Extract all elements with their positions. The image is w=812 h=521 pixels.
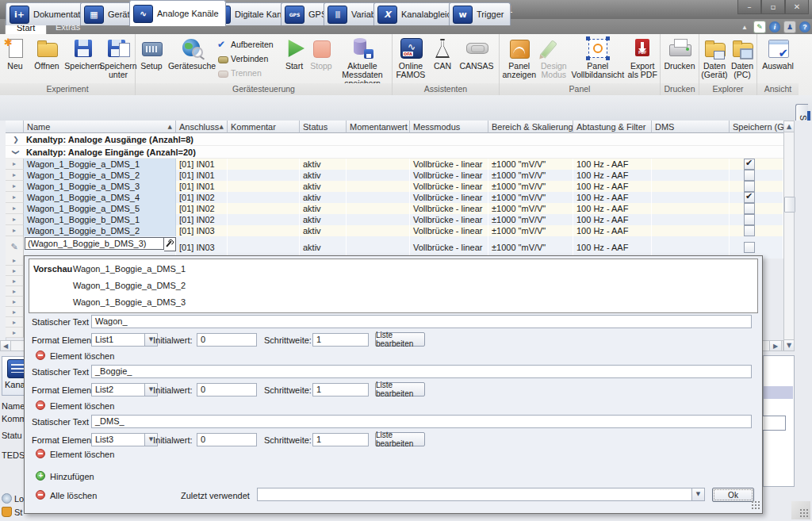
column-header-status[interactable]: Status bbox=[300, 121, 347, 133]
export-pdf-button[interactable]: PDF Export als PDF bbox=[626, 36, 659, 83]
row-selector[interactable]: ▸ bbox=[6, 286, 24, 297]
show-panel-button[interactable]: Panel anzeigen bbox=[500, 36, 538, 83]
vertical-scroll-thumb[interactable] bbox=[784, 197, 795, 213]
column-header-speichern[interactable]: Speichern (Gerät) bbox=[730, 121, 783, 133]
user-icon[interactable]: ♟ bbox=[783, 21, 796, 33]
delete-element-label[interactable]: Element löschen bbox=[50, 450, 114, 459]
left-panel-logbook-item[interactable]: Lo bbox=[2, 493, 25, 504]
scroll-down-icon[interactable]: ▼ bbox=[783, 339, 795, 351]
row-selector[interactable]: ▸ bbox=[6, 181, 24, 192]
recently-used-dropdown[interactable]: ▼ bbox=[257, 488, 705, 501]
row-selector[interactable]: ▸ bbox=[6, 328, 24, 338]
delete-element-icon[interactable] bbox=[36, 351, 45, 360]
column-header-momentanwert[interactable]: Momentanwert bbox=[347, 121, 410, 133]
row-selector[interactable]: ▸ bbox=[6, 307, 24, 317]
step-input[interactable]: 1 bbox=[312, 433, 369, 446]
start-button[interactable]: Start bbox=[281, 36, 308, 83]
save-measurement-data-button[interactable]: Aktuelle Messdaten speichern bbox=[335, 36, 390, 83]
row-selector[interactable]: ▸ bbox=[6, 317, 24, 328]
tab-trigger[interactable]: w Trigger bbox=[449, 2, 511, 25]
static-text-input[interactable]: Wagon_ bbox=[91, 315, 752, 328]
row-selector[interactable]: ▸ bbox=[6, 225, 24, 236]
table-row[interactable]: ▸ Wagon_1_Boggie_a_DMS_3 [01] IN01 aktiv… bbox=[6, 181, 783, 192]
save-as-button[interactable]: Speichern unter bbox=[102, 36, 134, 83]
format-element-dropdown[interactable]: List3 ▼ bbox=[91, 433, 158, 446]
delete-element-icon[interactable] bbox=[36, 400, 45, 410]
saved-checkbox[interactable] bbox=[744, 225, 755, 236]
left-panel-kanal-tile[interactable]: Kanal bbox=[2, 356, 25, 396]
cansas-button[interactable]: CANSAS bbox=[457, 36, 496, 83]
step-input[interactable]: 1 bbox=[312, 383, 369, 396]
selection-button[interactable]: ✔ Auswahl bbox=[758, 36, 798, 83]
scroll-up-icon[interactable]: ▲ bbox=[783, 121, 795, 132]
column-header-abtastung[interactable]: Abtastung & Filter bbox=[573, 121, 652, 133]
saved-checkbox[interactable] bbox=[744, 181, 755, 192]
format-element-dropdown[interactable]: List1 ▼ bbox=[91, 333, 158, 347]
window-resize-corner[interactable] bbox=[791, 501, 810, 519]
dialog-resize-grip[interactable] bbox=[751, 500, 760, 510]
column-header-messmodus[interactable]: Messmodus bbox=[410, 121, 488, 133]
row-selector[interactable]: ▸ bbox=[6, 276, 24, 286]
saved-checkbox[interactable] bbox=[744, 242, 755, 253]
open-button[interactable]: Öffnen bbox=[29, 36, 64, 83]
vertical-scrollbar[interactable] bbox=[783, 121, 795, 351]
chevron-down-icon[interactable]: ❯ bbox=[12, 142, 20, 163]
panel-fullscreen-button[interactable]: Panel Vollbildansicht bbox=[569, 36, 626, 83]
edit-list-button[interactable]: Liste bearbeiten bbox=[375, 432, 425, 446]
saved-checkbox[interactable] bbox=[744, 203, 755, 214]
edit-list-button[interactable]: Liste bearbeiten bbox=[375, 382, 425, 396]
add-element-label[interactable]: Hinzufügen bbox=[50, 472, 94, 481]
delete-element-icon[interactable] bbox=[36, 449, 45, 458]
right-panel-input-fragment[interactable] bbox=[762, 416, 786, 431]
scroll-left-icon[interactable]: ◀ bbox=[0, 340, 11, 351]
prepare-button[interactable]: ✔ Aufbereiten bbox=[217, 37, 281, 52]
table-row[interactable]: ▸ Wagon_1_Boggie_a_DMS_2 [01] IN01 aktiv… bbox=[6, 170, 783, 181]
static-text-input[interactable]: _DMS_ bbox=[91, 415, 752, 428]
name-wizard-button[interactable] bbox=[164, 237, 176, 251]
row-selector[interactable]: ▸ bbox=[6, 214, 24, 225]
initial-value-input[interactable]: 0 bbox=[197, 333, 257, 347]
ok-button[interactable]: Ok bbox=[712, 488, 754, 502]
clear-all-icon[interactable] bbox=[36, 490, 45, 500]
connect-button[interactable]: Verbinden bbox=[217, 52, 281, 66]
initial-value-input[interactable]: 0 bbox=[197, 433, 257, 446]
saved-checkbox[interactable] bbox=[744, 159, 755, 170]
table-row[interactable]: ▸ Wagon_1_Boggie_a_DMS_1 [01] IN01 aktiv… bbox=[6, 159, 783, 170]
new-button[interactable]: ✱ Neu bbox=[1, 36, 29, 83]
format-element-dropdown[interactable]: List2 ▼ bbox=[91, 383, 158, 396]
step-input[interactable]: 1 bbox=[312, 333, 369, 347]
info-icon[interactable]: i bbox=[769, 21, 780, 33]
scroll-right-icon[interactable]: ▶ bbox=[769, 340, 782, 351]
left-panel-status-item[interactable]: St bbox=[2, 507, 25, 517]
minimize-button[interactable]: – bbox=[737, 0, 761, 14]
edit-mode-icon[interactable]: ✎ bbox=[753, 21, 766, 33]
initial-value-input[interactable]: 0 bbox=[197, 383, 257, 396]
help-icon[interactable]: ? bbox=[799, 21, 810, 33]
group-row-analog-in[interactable]: ❯ Kanaltyp: Analoge Eingänge (Anzahl=20) bbox=[6, 146, 783, 159]
row-selector[interactable]: ▸ bbox=[6, 255, 24, 266]
row-selector[interactable]: ▸ bbox=[6, 170, 24, 181]
column-header-bereich[interactable]: Bereich & Skalierung bbox=[488, 121, 573, 133]
row-selector[interactable]: ▸ bbox=[6, 203, 24, 214]
table-row[interactable]: ▸ Wagon_1_Boggie_b_DMS_1 [01] IN02 aktiv… bbox=[6, 214, 783, 225]
saved-checkbox[interactable] bbox=[744, 214, 755, 225]
table-row[interactable]: ▸ Wagon_1_Boggie_b_DMS_2 [01] IN03 aktiv… bbox=[6, 225, 783, 236]
column-header-kommentar[interactable]: Kommentar bbox=[228, 121, 300, 133]
row-selector[interactable]: ▸ bbox=[6, 297, 24, 307]
table-row[interactable]: ▸ Wagon_1_Boggie_a_DMS_5 [01] IN02 aktiv… bbox=[6, 203, 783, 214]
delete-element-label[interactable]: Element löschen bbox=[50, 401, 114, 411]
device-search-button[interactable]: Gerätesuche bbox=[167, 36, 217, 83]
channel-name-input[interactable]: (Wagon_1_Boggie_b_DMS_3) bbox=[25, 237, 164, 250]
tab-analoge-kanaele[interactable]: ∿ Analoge Kanäle bbox=[129, 0, 226, 26]
clear-all-label[interactable]: Alle löschen bbox=[50, 491, 97, 500]
save-button[interactable]: Speichern bbox=[64, 36, 102, 83]
print-button[interactable]: Drucken bbox=[661, 36, 698, 83]
data-pc-button[interactable]: Daten (PC) bbox=[729, 36, 756, 83]
setup-button[interactable]: Setup bbox=[136, 36, 167, 83]
column-header-name[interactable]: Name▲ bbox=[24, 121, 176, 133]
collapse-ribbon-icon[interactable]: ▲ bbox=[739, 21, 750, 33]
saved-checkbox[interactable] bbox=[744, 170, 755, 181]
edit-list-button[interactable]: Liste bearbeiten bbox=[375, 332, 425, 347]
static-text-input[interactable]: _Boggie_ bbox=[91, 365, 752, 378]
add-element-icon[interactable] bbox=[36, 471, 45, 481]
